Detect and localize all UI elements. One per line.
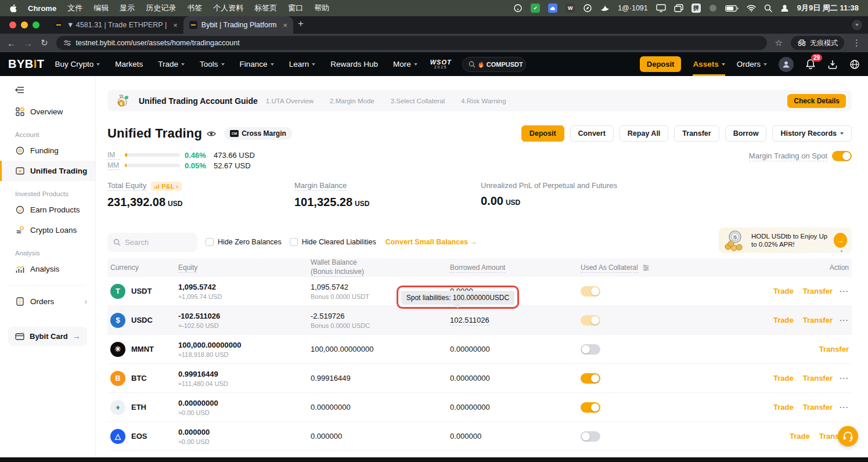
convert-button[interactable]: Convert [570,125,614,142]
battery-icon[interactable] [725,3,739,13]
download-app-icon[interactable] [827,59,838,70]
forward-button[interactable]: → [24,38,33,48]
transfer-link[interactable]: Transfer [803,316,833,324]
menu-bookmarks[interactable]: 书签 [187,3,202,13]
notifications-bell[interactable]: 29 [805,59,816,70]
wifi-icon[interactable] [747,3,756,13]
promo-arrow-button[interactable]: → [834,233,847,248]
account-avatar[interactable] [779,57,794,72]
sidebar-item-analysis[interactable]: Analysis [0,259,95,279]
new-tab-button[interactable]: + [298,18,304,30]
collateral-filter-icon[interactable] [643,265,649,271]
menu-tabs[interactable]: 标签页 [254,3,277,13]
browser-menu-icon[interactable]: ⋮ [852,38,861,48]
status-dot-icon[interactable] [709,3,717,13]
trade-link[interactable]: Trade [773,287,794,295]
site-settings-icon[interactable] [63,39,71,46]
sidebar-bybit-card[interactable]: Bybit Card → [8,327,87,346]
input-method-icon[interactable]: 拼 [691,3,701,13]
back-button[interactable]: ← [7,38,16,48]
user-switcher-icon[interactable] [780,3,789,13]
collateral-toggle[interactable] [581,373,600,384]
menu-edit[interactable]: 编辑 [93,3,109,13]
nav-learn[interactable]: Learn [289,60,316,68]
repay-all-button[interactable]: Repay All [620,125,669,142]
check-details-button[interactable]: Check Details [787,94,846,108]
address-bar[interactable]: testnet.bybit.com/user/assets/home/tradi… [56,36,767,50]
spotlight-search-icon[interactable] [764,3,772,13]
status-w-icon[interactable]: W [566,3,575,13]
language-globe-icon[interactable] [849,59,860,70]
nav-orders[interactable]: Orders [737,60,767,68]
history-records-button[interactable]: History Records [772,125,852,142]
sidebar-item-unified-trading[interactable]: Unified Trading [0,161,95,181]
deposit-button[interactable]: Deposit [521,125,564,142]
bookmark-star-icon[interactable]: ☆ [775,38,783,48]
menu-help[interactable]: 帮助 [314,3,329,13]
nav-finance[interactable]: Finance [240,60,274,68]
collateral-toggle[interactable] [581,402,600,413]
search-input[interactable] [125,238,189,247]
wsot-2025-logo[interactable]: WSOT 2025 [430,59,452,70]
ticker-search[interactable]: COMPUSDT [462,57,526,72]
asset-search[interactable] [107,233,197,252]
checkbox-icon[interactable] [290,238,298,246]
nav-assets[interactable]: Assets [693,52,725,76]
collateral-toggle[interactable] [581,286,600,297]
nav-rewards-hub[interactable]: Rewards Hub [330,60,378,68]
status-mission-control-icon[interactable] [674,3,683,13]
transfer-link[interactable]: Transfer [803,403,833,412]
menu-window[interactable]: 窗口 [288,3,303,13]
nav-markets[interactable]: Markets [115,60,143,68]
margin-trading-toggle[interactable] [832,151,852,161]
bybit-logo[interactable]: BYBIT [8,57,45,71]
sidebar-item-funding[interactable]: Funding [0,140,95,161]
collateral-toggle[interactable] [581,344,600,355]
status-cloud-icon[interactable] [548,3,557,13]
more-actions[interactable]: ··· [840,316,849,324]
transfer-link[interactable]: Transfer [803,374,833,382]
more-actions[interactable]: ··· [840,403,849,412]
trade-link[interactable]: Trade [773,403,794,412]
tab-search-menu-button[interactable] [852,20,862,30]
nav-trade[interactable]: Trade [158,60,185,68]
collateral-toggle[interactable] [581,315,600,326]
apple-menu-icon[interactable] [9,3,17,13]
hodl-promo-banner[interactable]: S HODL USDtb to Enjoy Up to 0.02% APR! → [719,228,852,253]
nav-more[interactable]: More [393,60,417,68]
transfer-button[interactable]: Transfer [674,125,719,142]
sidebar-item-earn-products[interactable]: Earn Products [0,200,95,220]
nav-tools[interactable]: Tools [200,60,225,68]
trade-link[interactable]: Trade [773,316,794,324]
menubar-app-name[interactable]: Chrome [28,4,56,13]
sidebar-item-overview[interactable]: Overview [0,102,95,122]
tab-close-icon[interactable]: × [173,21,178,30]
tab-close-icon[interactable]: × [283,21,287,30]
nav-deposit-button[interactable]: Deposit [640,56,682,72]
hide-cleared-liabilities-checkbox[interactable]: Hide Cleared Liabilities [290,238,376,246]
pnl-badge[interactable]: P&L› [151,182,182,191]
menu-file[interactable]: 文件 [67,3,82,13]
menu-profiles[interactable]: 个人资料 [213,3,243,13]
tab-trade-ethperp[interactable]: ▼ 4581.31 | Trade ETHPERP | × [49,16,183,34]
transfer-link[interactable]: Transfer [819,345,849,353]
menubar-clock[interactable]: 9月9日 周二 11:38 [797,3,859,13]
customer-support-button[interactable] [838,426,858,446]
sidebar-item-crypto-loans[interactable]: Crypto Loans [0,220,95,240]
sidebar-collapse-icon[interactable] [15,86,95,93]
more-actions[interactable]: ··· [840,287,849,295]
checkbox-icon[interactable] [206,238,214,246]
trade-link[interactable]: Trade [790,432,810,441]
sidebar-item-orders[interactable]: Orders › [0,291,95,312]
reload-button[interactable]: ↻ [41,38,48,48]
nav-buy-crypto[interactable]: Buy Crypto [55,60,100,68]
menu-history[interactable]: 历史记录 [146,3,176,13]
window-close-button[interactable] [9,21,16,28]
menu-view[interactable]: 显示 [120,3,135,13]
hide-zero-balances-checkbox[interactable]: Hide Zero Balances [206,238,282,246]
window-minimize-button[interactable] [21,21,28,28]
status-bird-icon[interactable] [600,3,610,13]
status-green-icon[interactable]: ✓ [531,3,540,13]
status-game-icon[interactable] [513,3,523,13]
trade-link[interactable]: Trade [773,374,794,382]
